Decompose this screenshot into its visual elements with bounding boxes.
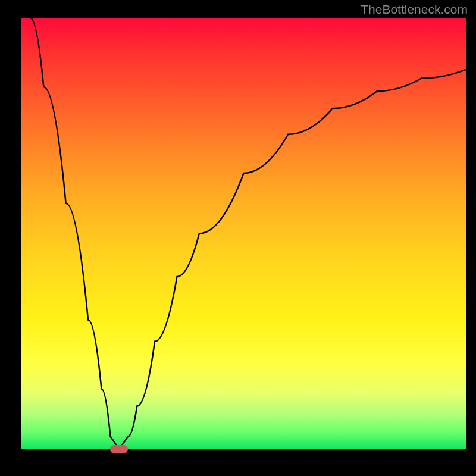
watermark-text: TheBottleneck.com [361, 2, 468, 17]
chart-plot-area [21, 18, 466, 449]
bottleneck-curve [21, 18, 466, 449]
optimal-point-marker [110, 445, 128, 453]
